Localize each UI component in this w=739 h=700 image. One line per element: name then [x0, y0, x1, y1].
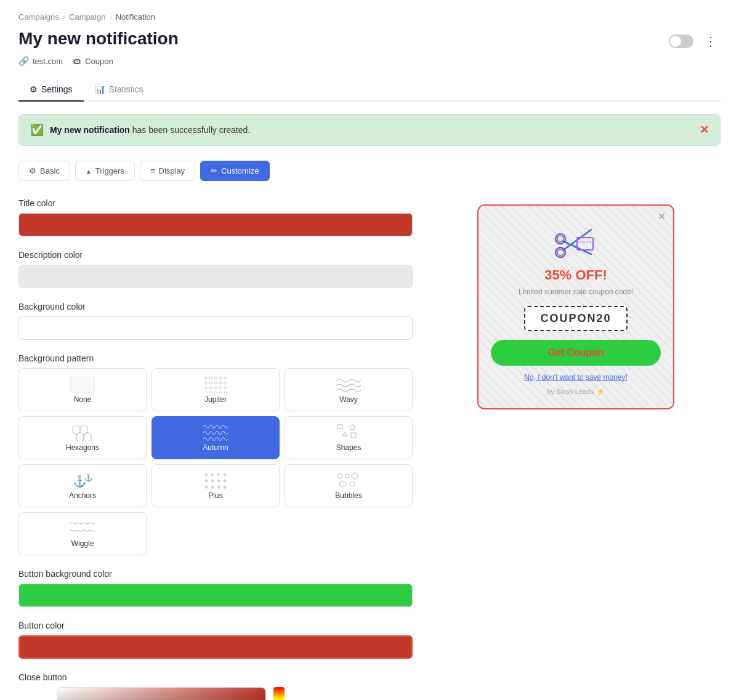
pattern-grid: None Jupiter — [18, 368, 413, 555]
basic-button[interactable]: ⚙ Basic — [18, 161, 70, 181]
pattern-autumn[interactable]: Autumn — [151, 416, 280, 459]
pattern-anchors[interactable]: ⚓ ⚓ Anchors — [18, 464, 147, 507]
display-label: Display — [159, 166, 185, 175]
meta-coupon-label: Coupon — [85, 57, 113, 66]
button-bg-color-row: Button background color — [18, 569, 413, 607]
svg-rect-7 — [337, 425, 342, 428]
success-message: ✅ My new notification has been successfu… — [30, 123, 250, 137]
pattern-wiggle-preview — [70, 520, 95, 537]
button-bg-color-label: Button background color — [18, 569, 413, 579]
svg-text:⚓: ⚓ — [84, 473, 93, 482]
pattern-wavy-preview — [336, 376, 361, 393]
svg-marker-4 — [76, 432, 84, 441]
pattern-plus[interactable]: Plus — [151, 464, 280, 507]
close-button-row: Close button — [18, 672, 413, 700]
meta-tags: 🔗 test.com 🎟 Coupon — [18, 56, 721, 66]
pattern-shapes-preview — [336, 424, 361, 441]
tab-settings-label: Settings — [41, 84, 73, 94]
svg-point-22 — [557, 249, 563, 255]
meta-coupon: 🎟 Coupon — [73, 56, 113, 66]
svg-point-8 — [350, 425, 355, 430]
description-color-label: Description color — [18, 250, 413, 260]
notification-toggle[interactable] — [669, 34, 693, 48]
tab-settings[interactable]: ⚙ Settings — [18, 78, 84, 102]
success-text: My new notification has been successfull… — [50, 125, 250, 135]
widget-subtitle: Limited summer sale coupon code! — [519, 287, 633, 297]
pattern-wiggle[interactable]: Wiggle — [18, 512, 147, 555]
svg-rect-1 — [203, 376, 228, 393]
title-color-row: Title color — [18, 198, 413, 236]
success-highlight: My new notification — [50, 125, 130, 135]
widget-no-thanks-link[interactable]: No, I don't want to save money! — [524, 373, 628, 382]
widget-background: ✕ — [479, 206, 673, 408]
basic-icon: ⚙ — [29, 166, 36, 175]
pattern-autumn-label: Autumn — [203, 443, 228, 452]
svg-point-19 — [339, 481, 345, 487]
scissors-illustration — [551, 220, 600, 264]
widget-brand: by Slash Leads ⚡ — [547, 388, 604, 396]
color-picker-area — [57, 687, 285, 700]
success-close-button[interactable]: ✕ — [700, 123, 709, 137]
pattern-jupiter-label: Jupiter — [204, 395, 227, 404]
svg-marker-5 — [84, 432, 91, 441]
background-pattern-row: Background pattern None — [18, 353, 413, 555]
display-button[interactable]: ≡ Display — [140, 161, 195, 181]
hue-bar[interactable] — [273, 687, 285, 700]
settings-panel: Title color Description color Background… — [18, 198, 413, 700]
svg-rect-15 — [203, 472, 228, 489]
pattern-hexagons[interactable]: Hexagons — [18, 416, 147, 459]
breadcrumb: Campaigns › Campaign › Notification — [18, 12, 721, 22]
meta-website-label: test.com — [33, 57, 63, 66]
main-content: Title color Description color Background… — [18, 198, 721, 700]
tab-statistics[interactable]: 📊 Statistics — [84, 78, 155, 102]
svg-rect-6 — [203, 424, 228, 441]
preview-widget: ✕ — [477, 204, 674, 409]
success-icon: ✅ — [30, 123, 44, 137]
description-color-swatch[interactable] — [18, 265, 413, 288]
pattern-bubbles[interactable]: Bubbles — [285, 464, 413, 507]
brand-lightning-icon: ⚡ — [596, 388, 605, 396]
pattern-hexagons-label: Hexagons — [66, 443, 99, 452]
pattern-shapes[interactable]: Shapes — [285, 416, 413, 459]
button-bg-color-swatch[interactable] — [18, 584, 413, 607]
toggle-knob — [670, 36, 681, 47]
gradient-inner — [57, 688, 265, 700]
widget-content: 35% OFF! Limited summer sale coupon code… — [491, 220, 661, 396]
button-color-swatch[interactable] — [18, 635, 413, 659]
gradient-picker[interactable] — [57, 687, 266, 700]
background-color-swatch[interactable] — [18, 316, 413, 340]
title-color-swatch[interactable] — [18, 213, 413, 236]
preview-panel: ✕ — [431, 198, 721, 700]
page-title: My new notification — [18, 29, 179, 49]
widget-get-coupon-button[interactable]: Get Coupon — [491, 340, 661, 366]
breadcrumb-campaign[interactable]: Campaign — [69, 12, 105, 22]
pattern-bubbles-preview — [336, 472, 361, 489]
pattern-plus-label: Plus — [208, 491, 222, 500]
widget-coupon-box: COUPON20 — [524, 306, 627, 331]
pattern-wavy[interactable]: Wavy — [285, 368, 413, 411]
close-button-label: Close button — [18, 672, 413, 682]
display-icon: ≡ — [150, 166, 155, 175]
breadcrumb-campaigns[interactable]: Campaigns — [18, 12, 59, 22]
pattern-none-label: None — [74, 395, 92, 404]
hue-slider-wrap — [273, 687, 285, 700]
svg-point-16 — [337, 473, 342, 478]
triggers-button[interactable]: Triggers — [75, 161, 135, 181]
svg-point-17 — [345, 474, 349, 478]
customize-button[interactable]: ✏ Customize — [200, 161, 269, 181]
pattern-none[interactable]: None — [18, 368, 147, 411]
widget-discount: 35% OFF! — [544, 267, 607, 283]
more-options-button[interactable]: ⋮ — [701, 33, 721, 50]
triggers-label: Triggers — [95, 166, 124, 175]
widget-close-button[interactable]: ✕ — [658, 211, 666, 222]
pattern-bubbles-label: Bubbles — [335, 491, 361, 500]
pattern-jupiter-preview — [203, 376, 228, 393]
page-header: My new notification ⋮ — [18, 29, 721, 50]
button-color-row: Button color — [18, 621, 413, 659]
basic-label: Basic — [40, 166, 60, 175]
pattern-jupiter[interactable]: Jupiter — [151, 368, 280, 411]
meta-website: 🔗 test.com — [18, 56, 63, 66]
triggers-icon — [86, 166, 92, 175]
widget-coupon-code: COUPON20 — [540, 312, 611, 325]
pattern-none-preview — [70, 376, 95, 393]
